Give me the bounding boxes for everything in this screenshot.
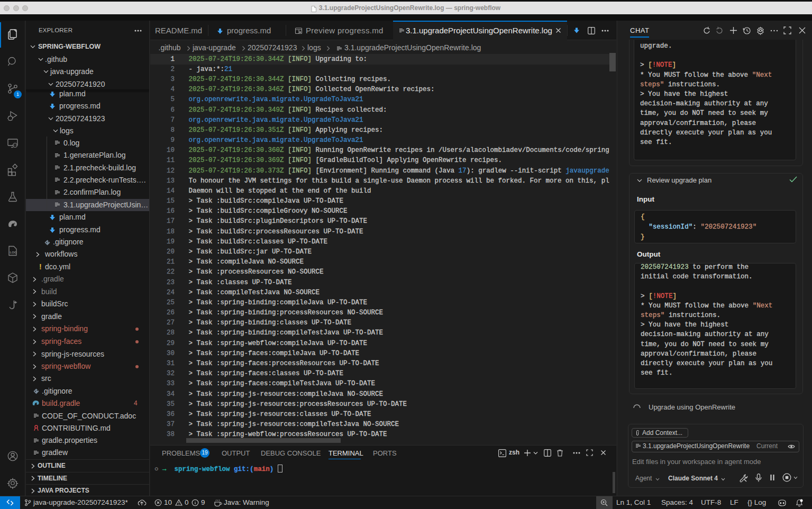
svg-text:LOG: LOG [10,250,17,254]
